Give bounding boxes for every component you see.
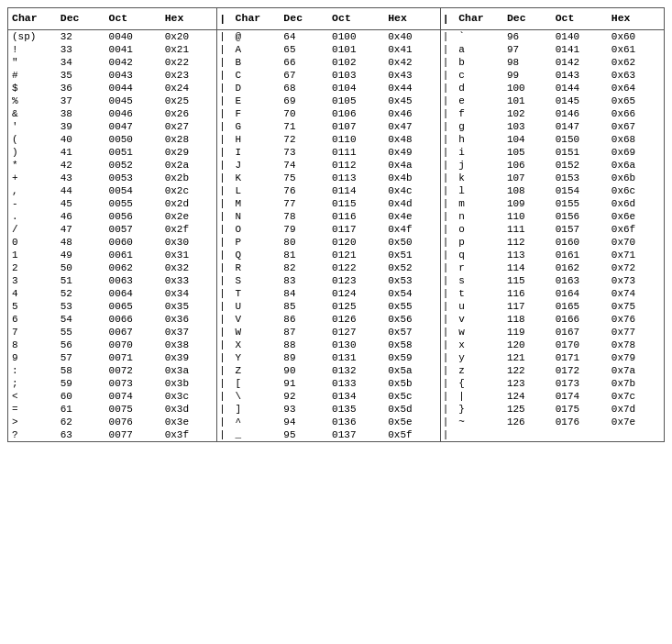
separator-cell-2: | bbox=[440, 287, 455, 300]
hex-col-3: 0x64 bbox=[608, 82, 664, 94]
separator-cell-2: | bbox=[440, 94, 455, 107]
hex-col-3: 0x7e bbox=[608, 416, 664, 428]
char-col-2: S bbox=[232, 274, 281, 287]
separator-cell-1: | bbox=[217, 351, 232, 364]
header-char-3: Char bbox=[455, 8, 503, 30]
oct-col-3: 0142 bbox=[552, 56, 608, 69]
separator-cell-2: | bbox=[440, 428, 455, 441]
oct-col-3: 0144 bbox=[552, 82, 608, 94]
char-col-3: n bbox=[455, 210, 503, 223]
hex-col-1: 0x38 bbox=[161, 339, 217, 351]
oct-col-2: 0101 bbox=[328, 43, 384, 56]
hex-col-2: 0x43 bbox=[384, 69, 440, 82]
hex-col-2: 0x4c bbox=[384, 184, 440, 197]
oct-col-1: 0056 bbox=[105, 210, 161, 223]
hex-col-2: 0x4f bbox=[384, 223, 440, 236]
char-col-2: F bbox=[232, 107, 281, 120]
table-row: 55300650x35|U8501250x55|u11701650x75 bbox=[8, 300, 664, 313]
table-row: -4500550x2d|M7701150x4d|m10901550x6d bbox=[8, 197, 664, 210]
oct-col-2: 0124 bbox=[328, 287, 384, 300]
dec-col-2: 95 bbox=[280, 428, 328, 441]
oct-col-3: 0153 bbox=[552, 172, 608, 184]
char-col-2: O bbox=[232, 223, 281, 236]
separator-cell-1: | bbox=[217, 261, 232, 274]
dec-col-2: 71 bbox=[280, 120, 328, 133]
oct-col-3: 0163 bbox=[552, 274, 608, 287]
oct-col-3: 0164 bbox=[552, 287, 608, 300]
dec-col-2: 64 bbox=[280, 30, 328, 44]
oct-col-2: 0102 bbox=[328, 56, 384, 69]
oct-col-2: 0135 bbox=[328, 403, 384, 416]
oct-col-3: 0145 bbox=[552, 94, 608, 107]
char-col-1: > bbox=[8, 416, 57, 428]
oct-col-3: 0173 bbox=[552, 377, 608, 390]
oct-col-3: 0143 bbox=[552, 69, 608, 82]
separator-cell-1: | bbox=[217, 94, 232, 107]
dec-col-1: 51 bbox=[57, 274, 105, 287]
char-col-2: H bbox=[232, 133, 281, 146]
dec-col-1: 60 bbox=[57, 390, 105, 403]
table-row: &3800460x26|F7001060x46|f10201460x66 bbox=[8, 107, 664, 120]
hex-col-2: 0x54 bbox=[384, 287, 440, 300]
char-col-3: p bbox=[455, 236, 503, 249]
char-col-1: < bbox=[8, 390, 57, 403]
header-char-2: Char bbox=[232, 8, 281, 30]
hex-col-2: 0x45 bbox=[384, 94, 440, 107]
hex-col-3: 0x66 bbox=[608, 107, 664, 120]
oct-col-3: 0170 bbox=[552, 339, 608, 351]
separator-cell-2: | bbox=[440, 364, 455, 377]
oct-col-2: 0117 bbox=[328, 223, 384, 236]
header-oct-2: Oct bbox=[328, 8, 384, 30]
table-row: <6000740x3c|\9201340x5c||12401740x7c bbox=[8, 390, 664, 403]
dec-col-3: 115 bbox=[503, 274, 552, 287]
dec-col-3: 126 bbox=[503, 416, 552, 428]
table-row: )4100510x29|I7301110x49|i10501510x69 bbox=[8, 146, 664, 159]
oct-col-3: 0175 bbox=[552, 403, 608, 416]
oct-col-1: 0074 bbox=[105, 390, 161, 403]
hex-col-2: 0x4b bbox=[384, 172, 440, 184]
oct-col-3: 0172 bbox=[552, 364, 608, 377]
oct-col-1: 0063 bbox=[105, 274, 161, 287]
oct-col-1: 0062 bbox=[105, 261, 161, 274]
oct-col-2: 0103 bbox=[328, 69, 384, 82]
header-hex-1: Hex bbox=[161, 8, 217, 30]
hex-col-1: 0x21 bbox=[161, 43, 217, 56]
hex-col-1: 0x32 bbox=[161, 261, 217, 274]
char-col-3: b bbox=[455, 56, 503, 69]
table-row: (4000500x28|H7201100x48|h10401500x68 bbox=[8, 133, 664, 146]
char-col-1: 8 bbox=[8, 339, 57, 351]
oct-col-2: 0130 bbox=[328, 339, 384, 351]
oct-col-2: 0122 bbox=[328, 261, 384, 274]
char-col-1: 7 bbox=[8, 326, 57, 339]
hex-col-2: 0x57 bbox=[384, 326, 440, 339]
dec-col-1: 53 bbox=[57, 300, 105, 313]
char-col-1: 6 bbox=[8, 313, 57, 326]
dec-col-1: 41 bbox=[57, 146, 105, 159]
separator-cell-2: | bbox=[440, 261, 455, 274]
dec-col-1: 37 bbox=[57, 94, 105, 107]
dec-col-3: 109 bbox=[503, 197, 552, 210]
char-col-2: T bbox=[232, 287, 281, 300]
char-col-3: ` bbox=[455, 30, 503, 44]
hex-col-1: 0x35 bbox=[161, 300, 217, 313]
dec-col-3: 106 bbox=[503, 159, 552, 172]
char-col-1: ' bbox=[8, 120, 57, 133]
dec-col-2: 92 bbox=[280, 390, 328, 403]
oct-col-1: 0060 bbox=[105, 236, 161, 249]
separator-cell-2: | bbox=[440, 197, 455, 210]
oct-col-2: 0134 bbox=[328, 390, 384, 403]
dec-col-2: 88 bbox=[280, 339, 328, 351]
hex-col-3: 0x67 bbox=[608, 120, 664, 133]
separator-cell-1: | bbox=[217, 107, 232, 120]
char-col-1: 9 bbox=[8, 351, 57, 364]
char-col-1: + bbox=[8, 172, 57, 184]
separator-cell-1: | bbox=[217, 300, 232, 313]
oct-col-1: 0065 bbox=[105, 300, 161, 313]
hex-col-2: 0x59 bbox=[384, 351, 440, 364]
dec-col-1: 47 bbox=[57, 223, 105, 236]
separator-cell-2: | bbox=[440, 223, 455, 236]
char-col-1: 4 bbox=[8, 287, 57, 300]
dec-col-3: 108 bbox=[503, 184, 552, 197]
hex-col-2: 0x55 bbox=[384, 300, 440, 313]
dec-col-3: 98 bbox=[503, 56, 552, 69]
